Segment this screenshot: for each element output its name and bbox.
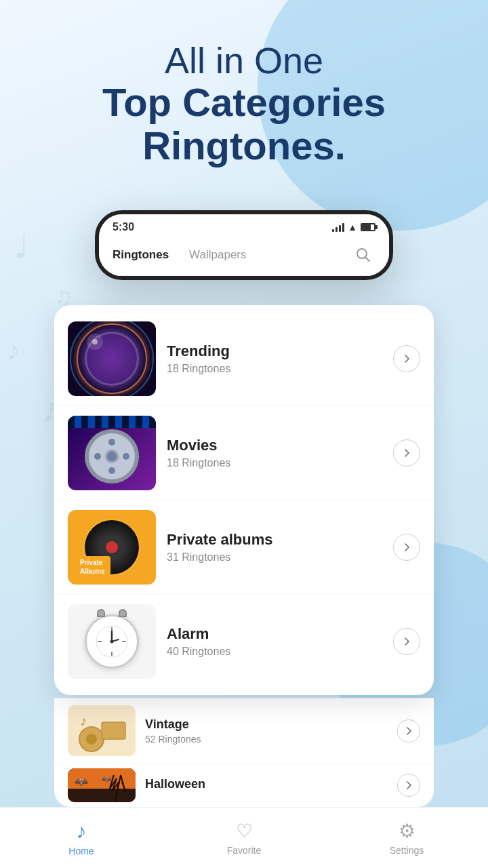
partial-categories: ♪ Vintage 52 Ringtones 🦇 🦇 bbox=[54, 698, 434, 807]
thumb-trending bbox=[68, 321, 156, 396]
partial-name-halloween: Halloween bbox=[145, 777, 388, 791]
alarm-clock-icon bbox=[85, 614, 139, 669]
private-label: PrivateAlbums bbox=[75, 556, 110, 578]
header-line3: Ringtones. bbox=[0, 124, 488, 167]
arrow-halloween[interactable] bbox=[397, 774, 420, 797]
thumb-movies bbox=[68, 416, 156, 490]
nav-home[interactable]: ♪ Home bbox=[47, 820, 115, 856]
category-info-alarm: Alarm 40 Ringtones bbox=[156, 625, 393, 658]
svg-line-7 bbox=[366, 258, 370, 262]
nav-favorite-label: Favorite bbox=[227, 845, 262, 856]
svg-text:♪: ♪ bbox=[7, 335, 20, 365]
partial-name-vintage: Vintage bbox=[145, 717, 388, 732]
signal-icon bbox=[332, 222, 344, 232]
nav-settings[interactable]: ⚙ Settings bbox=[373, 820, 441, 856]
category-movies[interactable]: Movies 18 Ringtones bbox=[54, 406, 434, 500]
favorite-icon: ♡ bbox=[236, 820, 253, 842]
battery-icon bbox=[361, 223, 375, 231]
svg-text:♪: ♪ bbox=[80, 713, 87, 728]
home-music-icon: ♪ bbox=[77, 820, 87, 843]
nav-settings-label: Settings bbox=[390, 845, 424, 856]
category-info-private: Private albums 31 Ringtones bbox=[156, 531, 393, 564]
category-info-trending: Trending 18 Ringtones bbox=[156, 342, 393, 375]
phone-tab-bar: Ringtones Wallpapers bbox=[99, 237, 389, 276]
category-halloween[interactable]: 🦇 🦇 Halloween bbox=[54, 763, 434, 807]
category-info-movies: Movies 18 Ringtones bbox=[156, 437, 393, 469]
tab-wallpapers[interactable]: Wallpapers bbox=[189, 248, 246, 262]
category-count-movies: 18 Ringtones bbox=[167, 457, 382, 469]
nav-home-label: Home bbox=[68, 846, 94, 856]
category-name-trending: Trending bbox=[167, 342, 382, 360]
film-strip bbox=[68, 416, 156, 428]
wifi-icon: ▲ bbox=[348, 222, 357, 233]
status-bar: 5:30 ▲ bbox=[99, 214, 389, 237]
thumb-halloween: 🦇 🦇 bbox=[68, 768, 136, 802]
arrow-alarm[interactable] bbox=[393, 628, 420, 655]
arrow-movies[interactable] bbox=[393, 439, 420, 467]
category-name-movies: Movies bbox=[167, 437, 382, 454]
header-section: All in One Top Categories Ringtones. bbox=[0, 41, 488, 167]
category-name-alarm: Alarm bbox=[167, 625, 382, 643]
partial-info-vintage: Vintage 52 Ringtones bbox=[136, 717, 397, 745]
speaker-icon bbox=[85, 332, 139, 386]
tab-ringtones[interactable]: Ringtones bbox=[113, 248, 169, 262]
category-trending[interactable]: Trending 18 Ringtones bbox=[54, 312, 434, 406]
svg-point-15 bbox=[110, 640, 114, 644]
status-icons: ▲ bbox=[332, 222, 375, 233]
nav-favorite[interactable]: ♡ Favorite bbox=[210, 820, 278, 856]
category-count-trending: 18 Ringtones bbox=[167, 363, 382, 375]
category-count-private: 31 Ringtones bbox=[167, 551, 382, 564]
svg-text:🦇: 🦇 bbox=[102, 774, 112, 784]
header-line1: All in One bbox=[0, 41, 488, 81]
svg-rect-19 bbox=[102, 722, 125, 739]
category-private-albums[interactable]: PrivateAlbums Private albums 31 Ringtone… bbox=[54, 500, 434, 595]
thumb-private: PrivateAlbums bbox=[68, 510, 156, 585]
category-alarm[interactable]: Alarm 40 Ringtones bbox=[54, 595, 434, 688]
thumb-vintage: ♪ bbox=[68, 705, 136, 756]
svg-text:♩: ♩ bbox=[14, 229, 29, 264]
arrow-private[interactable] bbox=[393, 534, 420, 561]
partial-count-vintage: 52 Ringtones bbox=[145, 734, 388, 745]
header-line2: Top Categories bbox=[0, 81, 488, 124]
bottom-navigation: ♪ Home ♡ Favorite ⚙ Settings bbox=[0, 807, 488, 868]
phone-mockup: 5:30 ▲ Ringtones Wallpapers bbox=[95, 210, 393, 280]
film-reel-icon bbox=[85, 429, 139, 484]
arrow-vintage[interactable] bbox=[397, 719, 420, 743]
settings-icon: ⚙ bbox=[399, 820, 415, 842]
svg-point-18 bbox=[86, 734, 97, 745]
arrow-trending[interactable] bbox=[393, 345, 420, 372]
svg-text:🦇: 🦇 bbox=[75, 775, 88, 788]
status-time: 5:30 bbox=[113, 221, 134, 233]
category-count-alarm: 40 Ringtones bbox=[167, 646, 382, 658]
category-name-private: Private albums bbox=[167, 531, 382, 549]
thumb-alarm bbox=[68, 604, 156, 679]
categories-container: Trending 18 Ringtones Movies 18 Ringtone… bbox=[54, 305, 434, 695]
category-vintage[interactable]: ♪ Vintage 52 Ringtones bbox=[54, 698, 434, 763]
partial-info-halloween: Halloween bbox=[136, 777, 397, 793]
search-button[interactable] bbox=[351, 243, 375, 267]
